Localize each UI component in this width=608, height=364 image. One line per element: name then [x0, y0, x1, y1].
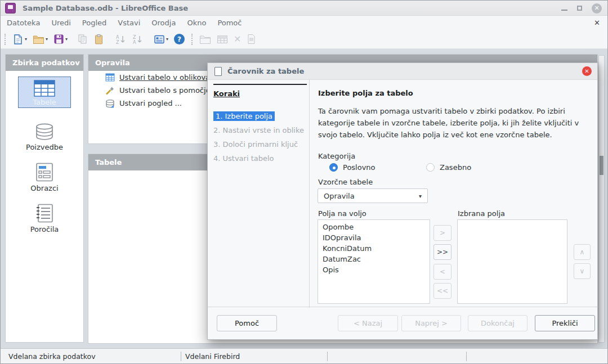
paste-button[interactable]	[92, 32, 106, 47]
available-fields-list[interactable]: Opombe IDOpravila KoncniDatum DatumZac O…	[318, 219, 430, 304]
save-button[interactable]: ▾	[52, 32, 69, 47]
list-item[interactable]: KoncniDatum	[318, 243, 430, 254]
sidebar-item-queries[interactable]: Poizvedbe	[26, 123, 63, 151]
toolbar-grip[interactable]	[5, 34, 6, 45]
toolbar-grip[interactable]	[191, 34, 193, 45]
delete-icon: ✕	[234, 35, 241, 44]
svg-text:A: A	[133, 40, 136, 45]
dropdown-arrow-icon[interactable]: ▾	[25, 37, 27, 42]
dropdown-arrow-icon[interactable]: ▾	[65, 37, 68, 42]
radio-label: Poslovno	[343, 163, 375, 172]
help-button[interactable]: Pomoč	[217, 315, 277, 331]
menu-okno[interactable]: Okno	[182, 19, 211, 27]
step-primary-key[interactable]: 3. Določi primarni ključ	[213, 137, 306, 151]
radio-label: Zasebno	[440, 163, 471, 172]
sidebar-item-label: Tabele	[33, 98, 56, 106]
step-select-fields[interactable]: 1. Izberite polja	[213, 109, 306, 123]
back-button[interactable]: < Nazaj	[338, 315, 398, 331]
radio-checked-icon[interactable]	[329, 163, 338, 172]
page-title: Izberite polja za tabelo	[318, 89, 413, 97]
dropdown-arrow-icon[interactable]: ▾	[166, 37, 168, 42]
menu-orodja[interactable]: Orodja	[146, 19, 181, 27]
finish-button[interactable]: Dokončaj	[468, 315, 527, 331]
scrollbar-thumb[interactable]	[600, 156, 603, 175]
menu-datoteka[interactable]: Datoteka	[2, 19, 45, 27]
move-down-button[interactable]: ∨	[574, 263, 591, 279]
task-label: Ustvari pogled ...	[119, 99, 182, 107]
radio-unchecked-icon[interactable]	[426, 163, 435, 172]
move-up-button[interactable]: ∧	[574, 244, 591, 260]
toolbar: ▾ ▾ ▾ AZ ZA ▾ ?	[1, 30, 607, 49]
new-document-button[interactable]: ▾	[11, 32, 29, 47]
form-view-button[interactable]: ▾	[152, 32, 170, 47]
minimize-icon[interactable]	[561, 10, 567, 11]
list-item[interactable]: Opis	[318, 264, 430, 275]
create-view-icon	[105, 99, 115, 108]
restore-icon[interactable]	[577, 6, 582, 11]
help-button[interactable]: ?	[172, 32, 186, 47]
svg-text:Z: Z	[116, 40, 119, 45]
save-icon	[53, 34, 64, 44]
sidebar-item-reports[interactable]: Poročila	[30, 204, 59, 233]
sidebar-item-label: Poizvedbe	[26, 143, 63, 151]
menu-pomoc[interactable]: Pomoč	[212, 19, 247, 27]
steps-header: Koraki	[213, 89, 240, 98]
selected-fields-label: Izbrana polja	[458, 209, 505, 218]
toolbar-grip	[109, 34, 110, 45]
step-create-table[interactable]: 4. Ustvari tabelo	[213, 151, 306, 165]
add-all-fields-button[interactable]: >>	[433, 244, 451, 260]
sidebar-item-label: Poročila	[30, 225, 59, 233]
step-set-types[interactable]: 2. Nastavi vrste in oblike	[213, 123, 306, 137]
toolbar-grip	[148, 34, 149, 45]
list-item[interactable]: DatumZac	[318, 254, 430, 264]
add-field-button[interactable]: >	[433, 225, 451, 241]
radio-business[interactable]: Poslovno	[329, 163, 375, 172]
available-fields-label: Polja na voljo	[318, 209, 366, 218]
sort-descending-button[interactable]: ZA	[130, 32, 145, 47]
status-divider	[181, 352, 181, 361]
delete-button[interactable]: ✕	[232, 32, 243, 47]
selected-fields-list[interactable]	[457, 219, 567, 304]
status-engine: Vdelani Firebird	[185, 352, 240, 361]
close-document-icon[interactable]: ✕	[594, 19, 600, 27]
menu-vstavi[interactable]: Vstavi	[113, 19, 145, 27]
radio-personal[interactable]: Zasebno	[426, 163, 471, 172]
sample-tables-select[interactable]: Opravila ▾	[318, 188, 428, 203]
dropdown-arrow-icon[interactable]: ▾	[46, 37, 48, 42]
menubar: Datoteka Uredi Pogled Vstavi Orodja Okno…	[1, 16, 607, 30]
window-title: Sample Database.odb - LibreOffice Base	[23, 4, 188, 12]
vertical-scrollbar[interactable]	[598, 55, 605, 343]
dialog-close-icon[interactable]: ✕	[582, 66, 592, 76]
form-view-icon	[154, 34, 165, 45]
open-database-object-button[interactable]	[198, 32, 213, 47]
dialog-title: Čarovnik za tabele	[227, 67, 304, 75]
remove-all-fields-button[interactable]: <<	[433, 283, 451, 299]
copy-button[interactable]	[75, 32, 90, 47]
menu-uredi[interactable]: Uredi	[46, 19, 75, 27]
close-icon[interactable]: ✕	[592, 3, 602, 14]
sidebar-item-tables[interactable]: Tabele	[18, 77, 71, 108]
svg-text:A: A	[116, 35, 119, 40]
sample-tables-label: Vzorčne tabele	[318, 178, 373, 186]
open-folder-icon	[33, 34, 44, 44]
tables-icon	[34, 80, 55, 97]
table-wizard-dialog: Čarovnik za tabele ✕ Koraki 1. Izberite …	[207, 62, 598, 340]
list-item[interactable]: Opombe	[318, 222, 430, 232]
dialog-footer: Pomoč < Nazaj Naprej > Dokončaj Prekliči	[208, 307, 597, 339]
next-button[interactable]: Naprej >	[401, 315, 461, 331]
sidebar-item-forms[interactable]: Obrazci	[30, 163, 58, 192]
status-divider	[327, 352, 328, 361]
chevron-down-icon[interactable]: ▾	[419, 193, 422, 199]
open-database-object-icon	[199, 34, 211, 44]
sort-ascending-button[interactable]: AZ	[113, 32, 128, 47]
remove-field-button[interactable]: <	[433, 264, 451, 280]
sort-descending-icon: ZA	[132, 34, 143, 45]
rename-button[interactable]	[245, 32, 258, 47]
open-button[interactable]: ▾	[31, 32, 50, 47]
list-item[interactable]: IDOpravila	[318, 232, 430, 243]
menu-pogled[interactable]: Pogled	[77, 19, 111, 27]
reports-icon	[35, 204, 53, 223]
table-design-button[interactable]	[215, 32, 230, 47]
selected-value: Opravila	[324, 192, 355, 200]
cancel-button[interactable]: Prekliči	[535, 315, 595, 331]
